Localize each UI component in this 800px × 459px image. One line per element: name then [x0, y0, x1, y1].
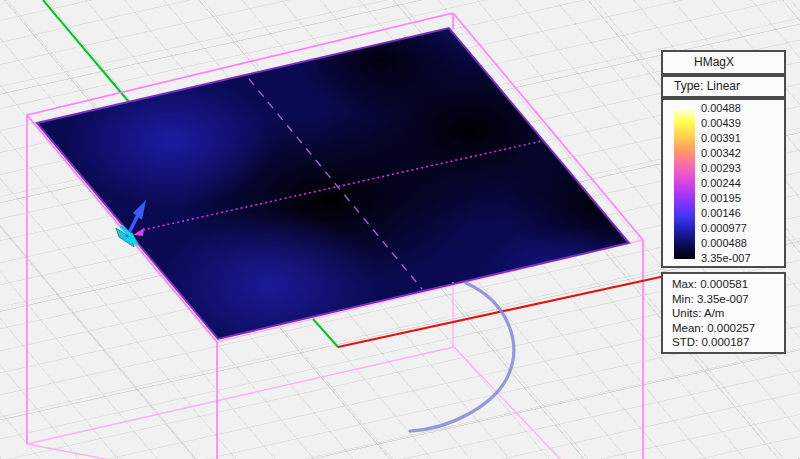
stat-value: A/m: [704, 307, 724, 319]
stat-value: 0.000187: [701, 336, 749, 348]
scale-value: 0.000488: [701, 236, 751, 251]
3d-modeler-viewport[interactable]: HMagX Type: Linear 0.00488 0.00439 0.003…: [0, 0, 800, 459]
plate-outline: [37, 28, 629, 339]
plate-center-dashed-line: [249, 79, 422, 289]
legend-scale-type: Type: Linear: [674, 79, 740, 93]
y-axis-green: [43, 0, 338, 347]
stat-label: Units:: [672, 307, 701, 319]
scale-value: 0.00293: [701, 161, 751, 176]
airbox-bottom-right-edge: [454, 347, 560, 459]
scale-value: 0.00146: [701, 206, 751, 221]
airbox-top-back-edge: [27, 13, 453, 115]
stat-max: Max: 0.000581: [672, 277, 784, 292]
airbox-bottom-left-edge: [27, 444, 116, 459]
legend-stats-box: Max: 0.000581 Min: 3.35e-007 Units: A/m …: [661, 272, 786, 354]
arc-curve: [410, 283, 514, 431]
legend-colorbar-box: 0.00488 0.00439 0.00391 0.00342 0.00293 …: [661, 98, 786, 268]
stat-mean: Mean: 0.000257: [672, 321, 784, 336]
scale-value: 0.00439: [701, 116, 751, 131]
scale-value: 0.000977: [701, 221, 751, 236]
scale-value: 0.00244: [701, 176, 751, 191]
airbox-hidden-edges: [27, 240, 643, 459]
scale-value: 0.00391: [701, 131, 751, 146]
center-line-start-arrowhead: [133, 228, 144, 236]
feed-vector-blue-head: [133, 200, 146, 220]
legend-title: HMagX: [694, 55, 734, 69]
stat-label: Max:: [672, 278, 697, 290]
stat-std: STD: 0.000187: [672, 335, 784, 350]
colorbar-scale-labels: 0.00488 0.00439 0.00391 0.00342 0.00293 …: [701, 101, 751, 267]
stat-min: Min: 3.35e-007: [672, 292, 784, 307]
scale-value: 0.00342: [701, 146, 751, 161]
stat-value: 0.000581: [700, 278, 748, 290]
stat-label: Mean:: [672, 322, 704, 334]
y-axis-upper-segment: [43, 0, 129, 102]
airbox-top-right-edge: [453, 13, 643, 240]
stat-label: Min:: [672, 293, 694, 305]
legend-type-box: Type: Linear: [661, 75, 786, 98]
stat-units: Units: A/m: [672, 306, 784, 321]
y-axis-lower-segment: [313, 319, 338, 347]
colorbar-gradient: [674, 108, 695, 259]
scale-value: 0.00488: [701, 101, 751, 116]
scale-value: 0.00195: [701, 191, 751, 206]
plate-center-dotted-line: [143, 141, 542, 230]
stat-value: 0.000257: [707, 322, 755, 334]
scale-value: 3.35e-007: [701, 251, 751, 266]
airbox-bottom-back-edge: [27, 347, 454, 444]
legend-title-box: HMagX: [661, 50, 786, 75]
stat-value: 3.35e-007: [697, 293, 749, 305]
stat-label: STD:: [672, 336, 698, 348]
